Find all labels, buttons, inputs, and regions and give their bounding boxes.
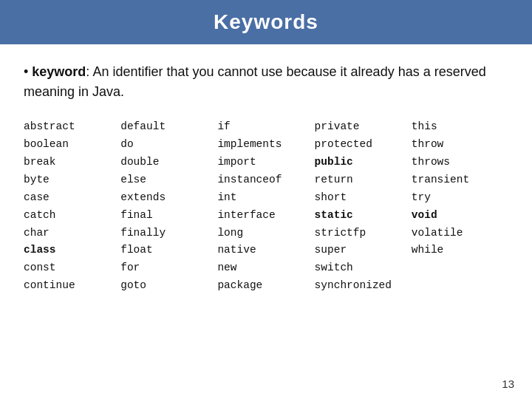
keyword-item: interface (217, 207, 314, 225)
keyword-item: private (315, 118, 412, 136)
keyword-item: while (412, 242, 508, 259)
keyword-item: class (24, 242, 120, 259)
keyword-item: do (120, 136, 217, 154)
page-number: 13 (502, 378, 514, 390)
keyword-item: int (217, 189, 314, 207)
keyword-item: strictfp (315, 225, 412, 242)
keyword-item: this (412, 118, 508, 136)
keyword-item: implements (217, 136, 314, 154)
keyword-item: throw (412, 136, 508, 154)
keyword-grid: abstractbooleanbreakbytecasecatchcharcla… (24, 118, 508, 295)
keyword-item: transient (412, 171, 508, 189)
keyword-item: boolean (24, 136, 120, 154)
bullet: • (24, 64, 28, 79)
keyword-item: long (217, 225, 314, 242)
keyword-term: keyword (32, 64, 86, 79)
slide-title: Keywords (15, 10, 517, 34)
keyword-item: float (120, 242, 217, 259)
keyword-item: native (217, 242, 314, 259)
keyword-column-col3: ifimplementsimportinstanceofintinterface… (217, 118, 314, 295)
slide-content: • keyword: An identifier that you cannot… (0, 44, 532, 307)
keyword-item: else (120, 171, 217, 189)
keyword-item: byte (24, 171, 120, 189)
keyword-item: final (120, 207, 217, 225)
slide-header: Keywords (0, 0, 532, 44)
keyword-item: goto (120, 277, 217, 295)
keyword-item: case (24, 189, 120, 207)
keyword-item: import (217, 154, 314, 171)
keyword-item: protected (315, 136, 412, 154)
keyword-item: static (315, 207, 412, 225)
keyword-item: if (217, 118, 314, 136)
keyword-item: abstract (24, 118, 120, 136)
keyword-column-col5: thisthrowthrowstransienttryvoidvolatilew… (412, 118, 508, 295)
keyword-item: package (217, 277, 314, 295)
keyword-item: catch (24, 207, 120, 225)
keyword-item: return (315, 171, 412, 189)
keyword-item: for (120, 259, 217, 277)
keyword-item: double (120, 154, 217, 171)
keyword-item: const (24, 259, 120, 277)
keyword-item: new (217, 259, 314, 277)
keyword-item: break (24, 154, 120, 171)
definition-text: • keyword: An identifier that you cannot… (24, 62, 508, 102)
keyword-item: extends (120, 189, 217, 207)
keyword-item: short (315, 189, 412, 207)
keyword-item: throws (412, 154, 508, 171)
keyword-item: synchronized (315, 277, 412, 295)
keyword-item: continue (24, 277, 120, 295)
keyword-item: default (120, 118, 217, 136)
keyword-item: super (315, 242, 412, 259)
keyword-item: try (412, 189, 508, 207)
keyword-item: char (24, 225, 120, 242)
keyword-item: instanceof (217, 171, 314, 189)
keyword-column-col2: defaultdodoubleelseextendsfinalfinallyfl… (120, 118, 217, 295)
keyword-column-col1: abstractbooleanbreakbytecasecatchcharcla… (24, 118, 120, 295)
keyword-item: void (412, 207, 508, 225)
keyword-item: switch (315, 259, 412, 277)
keyword-item: volatile (412, 225, 508, 242)
definition-body: An identifier that you cannot use becaus… (24, 64, 486, 99)
keyword-column-col4: privateprotectedpublicreturnshortstatics… (315, 118, 412, 295)
keyword-item: finally (120, 225, 217, 242)
keyword-item: public (315, 154, 412, 171)
